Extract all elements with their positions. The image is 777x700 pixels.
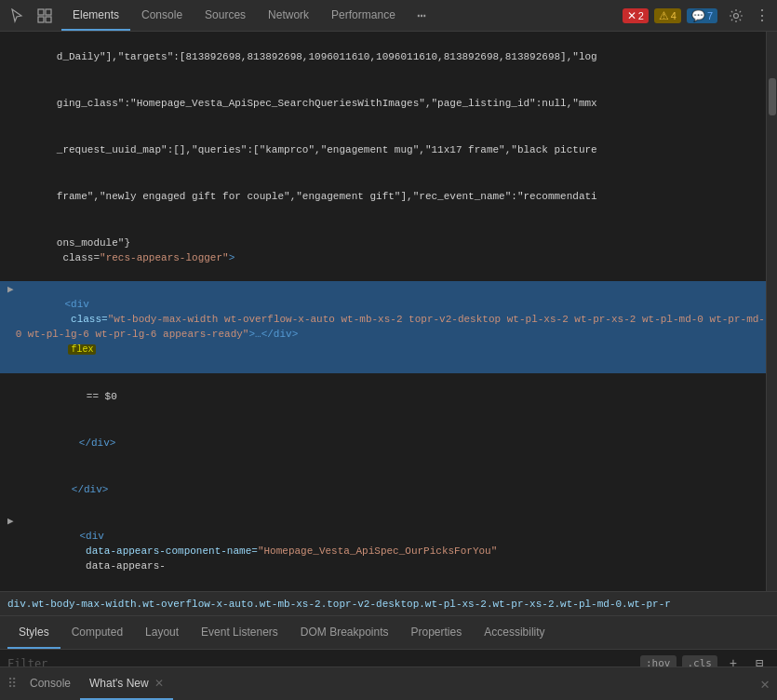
svg-rect-1 <box>46 9 51 15</box>
dom-line: </div> <box>0 466 777 513</box>
dom-line-selected[interactable]: ▶ <div class="wt-body-max-width wt-overf… <box>0 281 777 373</box>
bottom-tab-console[interactable]: Console <box>20 667 80 700</box>
dom-line: _request_uuid_map":[],"queries":["kamprc… <box>0 127 777 173</box>
svg-point-4 <box>734 13 739 18</box>
subtab-properties[interactable]: Properties <box>400 616 474 649</box>
subtab-event-listeners[interactable]: Event Listeners <box>190 616 289 649</box>
warning-badge[interactable]: ⚠ 4 <box>654 8 681 23</box>
inspect-icon-btn[interactable] <box>32 3 58 29</box>
main-content: d_Daily"],"targets":[813892698,813892698… <box>0 32 777 698</box>
svg-rect-3 <box>46 17 51 22</box>
more-tabs-btn[interactable]: ⋯ <box>409 3 435 29</box>
breadcrumb: div.wt-body-max-width.wt-overflow-x-auto… <box>0 592 777 616</box>
subtab-dom-breakpoints[interactable]: DOM Breakpoints <box>289 616 400 649</box>
close-whats-new-btn[interactable]: ✕ <box>154 677 164 690</box>
tab-elements[interactable]: Elements <box>61 0 130 31</box>
main-tab-list: Elements Console Sources Network Perform… <box>61 0 623 31</box>
dom-line: ging_class":"Homepage_Vesta_ApiSpec_Sear… <box>0 80 777 127</box>
subtab-computed[interactable]: Computed <box>60 616 134 649</box>
bottom-drag-handle[interactable]: ⠿ <box>7 676 17 692</box>
subtab-layout[interactable]: Layout <box>134 616 190 649</box>
dom-line: </div> <box>0 420 777 466</box>
dom-line: ons_module"} class="recs-appears-logger"… <box>0 220 777 281</box>
info-badge[interactable]: 💬 7 <box>687 8 717 23</box>
dom-panel: d_Daily"],"targets":[813892698,813892698… <box>0 32 777 592</box>
svg-rect-0 <box>38 9 44 15</box>
bottom-tab-bar: ⠿ Console What's New ✕ ✕ <box>0 666 777 700</box>
expand-arrow[interactable]: ▶ <box>7 282 14 297</box>
dom-line: d_Daily"],"targets":[813892698,813892698… <box>0 34 777 80</box>
toolbar-icon-group <box>4 3 58 29</box>
svg-rect-2 <box>38 17 44 22</box>
top-toolbar: Elements Console Sources Network Perform… <box>0 0 777 32</box>
dom-scrollbar[interactable] <box>766 32 777 591</box>
settings-icon-btn[interactable] <box>723 3 749 29</box>
expand-arrow[interactable]: ▶ <box>7 514 14 529</box>
dom-line: ▶ <div data-appears-component-name="Home… <box>0 513 777 589</box>
toolbar-right: ✕ 2 ⚠ 4 💬 7 ⋮ <box>623 3 773 29</box>
subtab-accessibility[interactable]: Accessibility <box>473 616 556 649</box>
sub-tab-bar: Styles Computed Layout Event Listeners D… <box>0 616 777 650</box>
dom-line: == $0 <box>0 373 777 420</box>
tab-network[interactable]: Network <box>257 0 320 31</box>
tab-performance[interactable]: Performance <box>320 0 407 31</box>
subtab-styles[interactable]: Styles <box>7 616 60 649</box>
bottom-tab-whats-new[interactable]: What's New ✕ <box>80 667 173 700</box>
more-options-icon[interactable]: ⋮ <box>755 7 770 25</box>
close-bottom-panel-btn[interactable]: ✕ <box>760 675 770 693</box>
flex-badge[interactable]: flex <box>68 344 96 355</box>
tab-console[interactable]: Console <box>130 0 194 31</box>
tab-sources[interactable]: Sources <box>194 0 257 31</box>
cursor-icon-btn[interactable] <box>4 3 30 29</box>
dom-line: frame","newly engaged gift for couple","… <box>0 173 777 220</box>
error-badge[interactable]: ✕ 2 <box>623 8 649 23</box>
